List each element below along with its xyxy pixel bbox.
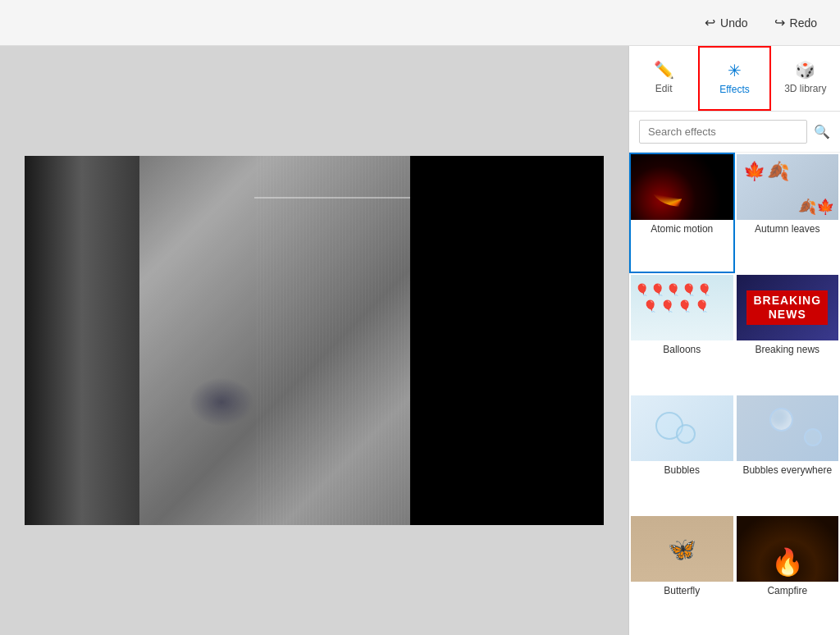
search-bar: 🔍 <box>629 112 840 153</box>
redo-label: Redo <box>790 16 817 30</box>
effect-item-breaking-news[interactable]: BREAKINGNEWS Breaking news <box>735 273 841 394</box>
effect-label-autumn-leaves: Autumn leaves <box>755 223 819 235</box>
right-panel: ✏️ Edit ✳ Effects 🎲 3D library 🔍 Atomic … <box>628 46 840 635</box>
effect-thumb-balloons <box>631 275 733 340</box>
effect-label-balloons: Balloons <box>663 344 701 355</box>
canvas-left-section <box>25 156 139 525</box>
main-area: ✏️ Edit ✳ Effects 🎲 3D library 🔍 Atomic … <box>0 46 840 635</box>
effect-item-bubbles-everywhere[interactable]: Bubbles everywhere <box>735 394 841 514</box>
canvas-area <box>0 46 628 635</box>
effect-item-balloons[interactable]: Balloons <box>629 273 735 394</box>
edit-icon: ✏️ <box>654 60 674 80</box>
effects-grid: Atomic motion Autumn leaves Balloons BRE… <box>629 153 840 635</box>
panel-tabs: ✏️ Edit ✳ Effects 🎲 3D library <box>629 46 840 112</box>
effect-label-bubbles: Bubbles <box>664 464 700 476</box>
effect-label-breaking-news: Breaking news <box>755 344 819 355</box>
effect-label-campfire: Campfire <box>767 585 807 596</box>
tab-edit-label: Edit <box>655 83 673 94</box>
effect-item-bubbles[interactable]: Bubbles <box>629 394 735 514</box>
effect-label-butterfly: Butterfly <box>664 585 700 596</box>
effect-item-campfire[interactable]: Campfire <box>735 514 841 635</box>
effect-item-autumn-leaves[interactable]: Autumn leaves <box>735 153 841 273</box>
tab-effects[interactable]: ✳ Effects <box>698 46 770 111</box>
effect-label-atomic-motion: Atomic motion <box>651 223 713 235</box>
top-bar: Undo Redo <box>0 0 840 46</box>
search-input[interactable] <box>639 120 807 144</box>
effects-icon: ✳ <box>728 61 742 80</box>
effect-thumb-breaking-news: BREAKINGNEWS <box>737 275 839 340</box>
effect-thumb-autumn-leaves <box>737 154 839 220</box>
redo-icon <box>774 15 785 30</box>
effect-item-atomic-motion[interactable]: Atomic motion <box>629 153 735 273</box>
undo-button[interactable]: Undo <box>698 11 754 34</box>
undo-icon <box>705 15 715 30</box>
tab-3dlibrary[interactable]: 🎲 3D library <box>771 46 840 111</box>
effect-thumb-bubbles <box>631 395 733 461</box>
canvas-content <box>25 156 604 525</box>
3dlibrary-icon: 🎲 <box>795 60 815 80</box>
effect-thumb-atomic-motion <box>631 154 733 220</box>
redo-button[interactable]: Redo <box>768 11 824 34</box>
toolbar-actions: Undo Redo <box>698 11 824 34</box>
search-button[interactable]: 🔍 <box>814 124 830 139</box>
effect-thumb-bubbles-everywhere <box>737 395 839 461</box>
tab-3dlibrary-label: 3D library <box>784 83 826 94</box>
effect-thumb-butterfly <box>631 516 733 582</box>
effect-label-bubbles-everywhere: Bubbles everywhere <box>742 464 832 476</box>
tab-edit[interactable]: ✏️ Edit <box>629 46 698 111</box>
tab-effects-label: Effects <box>719 84 749 95</box>
undo-label: Undo <box>720 16 747 30</box>
canvas-mid-section <box>139 156 410 525</box>
effect-item-butterfly[interactable]: Butterfly <box>629 514 735 635</box>
effect-thumb-campfire <box>737 516 839 582</box>
canvas-right-section <box>410 156 604 525</box>
